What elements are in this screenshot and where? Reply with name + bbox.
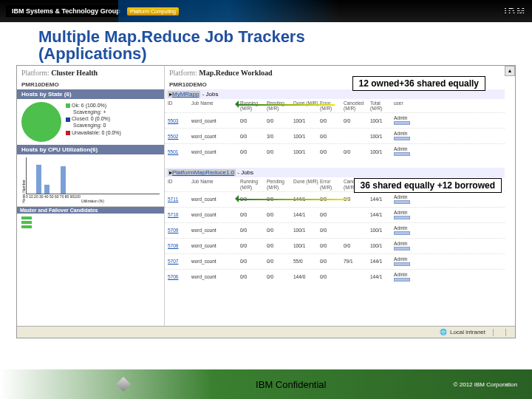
job-id-link[interactable]: 5502 xyxy=(168,134,190,139)
group-label: IBM Systems & Technology Group xyxy=(6,5,126,17)
hosts-by-state-body: Ok: 6 (100.0%) Scavenging: + Closed: 0 (… xyxy=(17,99,164,145)
app2-header: ▸PlatformMapReduce1.0 - Jobs xyxy=(165,168,505,177)
left-panel-title: Platform: Cluster Health xyxy=(17,66,164,80)
table-row: 5709word_count0/00/0100/10/0100/1Admin xyxy=(165,222,505,238)
hosts-by-state-header: Hosts by State (6) xyxy=(17,89,164,99)
table-row: 5710word_count0/00/0144/10/0144/1Admin xyxy=(165,207,505,222)
sparkline-icon xyxy=(394,200,410,204)
state-legend: Ok: 6 (100.0%) Scavenging: + Closed: 0 (… xyxy=(66,102,121,142)
left-instance: PMR10DEMO xyxy=(17,80,164,89)
table-row: 5501word_count0/00/0100/10/00/0100/1Admi… xyxy=(165,143,505,159)
table-row: 5707word_count0/00/055/00/079/1144/1Admi… xyxy=(165,253,505,269)
sparkline-icon xyxy=(394,231,410,235)
browser-status-bar: 🌐 Local intranet xyxy=(17,326,515,338)
job-id-link[interactable]: 5709 xyxy=(168,228,190,233)
slide-title: Multiple Map.Reduce Job Trackers (Applic… xyxy=(0,22,532,65)
pie-chart-icon xyxy=(21,102,61,142)
callout-1: 12 owned+36 shared equally xyxy=(352,76,485,91)
slide-footer: IBM Confidential © 2012 IBM Corporation xyxy=(0,369,532,399)
sparkline-icon xyxy=(394,152,410,156)
job-id-link[interactable]: 5711 xyxy=(168,197,190,202)
cpu-util-header: Hosts by CPU Utilization(6) xyxy=(17,145,164,154)
jobs1-body: 5503word_count0/00/0100/10/00/0100/1Admi… xyxy=(165,112,505,159)
callout-2: 36 shared equally +12 borrowed xyxy=(354,178,502,193)
sparkline-icon xyxy=(394,137,410,140)
embedded-screenshot: ▴ Platform: Cluster Health PMR10DEMO Hos… xyxy=(16,65,516,338)
top-header: IBM Systems & Technology Group Platform … xyxy=(0,0,532,22)
intranet-label: Local intranet xyxy=(450,329,485,335)
copyright: © 2012 IBM Corporation xyxy=(454,381,517,388)
sparkline-icon xyxy=(394,247,410,250)
table-row: 5706word_count0/00/0144/00/0144/1Admin xyxy=(165,269,505,284)
scroll-up-button[interactable]: ▴ xyxy=(505,66,515,76)
intranet-icon: 🌐 xyxy=(440,329,447,335)
job-id-link[interactable]: 5501 xyxy=(168,149,190,154)
table-row: 5503word_count0/00/0100/10/00/0100/1Admi… xyxy=(165,112,505,128)
ibm-confidential: IBM Confidential xyxy=(256,379,326,390)
ibm-logo: IBM xyxy=(504,6,526,17)
job-id-link[interactable]: 5503 xyxy=(168,118,190,123)
sparkline-icon xyxy=(394,278,410,282)
workload-panel: Platform: Map.Reduce Workload PMR10DEMO … xyxy=(165,66,515,338)
table-row: 5708word_count0/00/0100/10/00/0100/1Admi… xyxy=(165,238,505,253)
jobs2-body: 5711word_count0/00/0144/10/00/0144/1Admi… xyxy=(165,191,505,284)
master-failover-section: Master and Failover Candidates xyxy=(17,206,164,231)
jobs1-header: IDJob NameRunning (M/R)Pending (M/R)Done… xyxy=(165,99,505,112)
table-row: 5502word_count0/03/0100/10/0100/1Admin xyxy=(165,128,505,143)
platform-computing-badge: Platform Computing xyxy=(127,7,179,16)
cpu-util-chart: Hosts Number 0 10 20 30 40 50 60 70 80 9… xyxy=(17,154,164,206)
sparkline-icon xyxy=(394,262,410,266)
job-id-link[interactable]: 5708 xyxy=(168,243,190,248)
header-gradient: Platform Computing xyxy=(118,0,340,22)
diamond-icon xyxy=(116,377,131,392)
sparkline-icon xyxy=(394,121,410,125)
sparkline-icon xyxy=(394,216,410,219)
cluster-health-panel: Platform: Cluster Health PMR10DEMO Hosts… xyxy=(17,66,165,338)
job-id-link[interactable]: 5706 xyxy=(168,274,190,279)
job-id-link[interactable]: 5707 xyxy=(168,259,190,264)
job-id-link[interactable]: 5710 xyxy=(168,212,190,217)
